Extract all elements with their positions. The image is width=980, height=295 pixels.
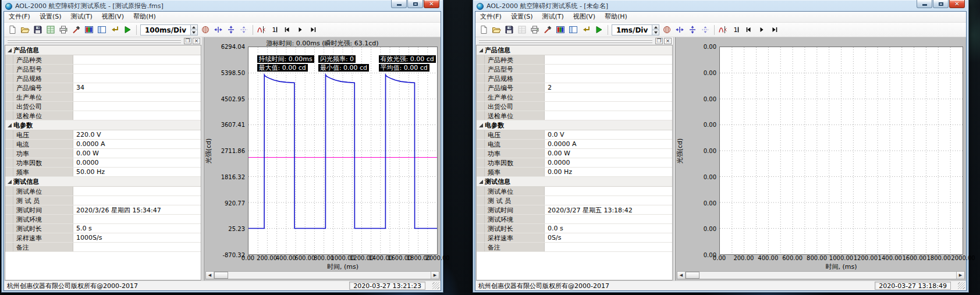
field-value[interactable]: 0.00 Hz [545,168,672,176]
start-test-button[interactable] [121,24,134,36]
field-value[interactable]: 0.00 W [73,149,201,158]
field-value[interactable]: 1000S/s [73,233,201,242]
close-button[interactable]: ✕ [424,0,439,8]
time-div-spinner[interactable] [652,25,659,35]
close-button[interactable]: ✕ [949,0,965,8]
time-div-select[interactable]: 1ms/Div [612,24,659,35]
cursor-prev-button[interactable] [743,24,755,36]
minimize-button[interactable] [917,0,932,8]
panel-layout-button[interactable] [95,24,108,36]
chart-scrollbar[interactable]: ◀ ▶ [205,271,439,279]
menu-item[interactable]: 文件(F) [4,11,35,23]
field-value[interactable]: 0.0000 A [73,140,201,148]
print-button[interactable] [528,24,541,36]
field-value[interactable] [545,93,672,101]
field-value[interactable] [545,215,672,223]
scrollbar-thumb[interactable] [214,272,228,279]
field-value[interactable]: 34 [73,83,201,92]
panel-header[interactable]: ❐ × [5,37,201,45]
field-value[interactable] [545,187,672,196]
fit-all-button[interactable] [699,24,712,36]
panel-float-button[interactable]: ❐ [655,38,663,44]
field-value[interactable]: 50.00 Hz [73,168,201,176]
scroll-left-icon[interactable]: ◀ [206,272,214,279]
field-value[interactable]: 220.0 V [73,130,201,139]
field-value[interactable]: 0.0000 [73,158,201,167]
minimize-button[interactable] [391,0,407,8]
export-report-button[interactable] [44,24,57,36]
autoscale-button[interactable] [199,24,212,36]
cursor-next-button[interactable] [294,24,307,36]
panel-grip[interactable] [479,40,652,43]
menu-item[interactable]: 测试(T) [66,11,97,23]
collapse-triangle-icon[interactable] [477,123,485,127]
grid-group-header[interactable]: 测试信息 [477,177,672,187]
time-div-spinner[interactable] [190,25,197,35]
resize-grip[interactable] [958,282,965,289]
field-value[interactable] [545,65,672,73]
menu-item[interactable]: 测试(T) [538,11,569,23]
title-bar[interactable]: AOL-2000 航空障碍灯测试系统 - [未命名] ✕ [473,0,968,11]
field-value[interactable]: 0.0 V [545,130,672,139]
menu-item[interactable]: 帮助(H) [129,11,161,23]
collapse-triangle-icon[interactable] [5,180,13,184]
field-value[interactable] [73,196,201,205]
field-value[interactable] [73,102,201,111]
fit-vertical-button[interactable] [686,24,699,36]
title-bar[interactable]: AOL-2000 航空障碍灯测试系统 - [测试原报告.fms] ✕ [2,0,443,11]
menu-item[interactable]: 视图(V) [569,11,600,23]
fit-horizontal-button[interactable] [673,24,686,36]
cursor-first-button[interactable]: 1 [268,24,281,36]
field-value[interactable] [545,55,672,64]
fit-all-button[interactable] [237,24,250,36]
snap-return-button[interactable] [108,24,121,36]
scroll-right-icon[interactable]: ▶ [956,272,964,279]
cursor-wave-button[interactable] [255,24,268,36]
settings-tools-button[interactable] [541,24,554,36]
waveform-plot[interactable]: 持续时间: 0.00ms闪光频率: 0有效光强: 0.00 cd最大值: 0.0… [248,47,438,255]
save-file-button[interactable] [31,24,44,36]
field-value[interactable]: 0.0000 [545,158,672,167]
collapse-triangle-icon[interactable] [5,48,13,52]
menu-item[interactable]: 文件(F) [475,11,506,23]
chart-scrollbar[interactable]: ◀ ▶ [677,271,965,279]
field-value[interactable]: 5.0 s [73,224,201,233]
field-value[interactable] [73,243,201,251]
save-file-button[interactable] [503,24,516,36]
menu-item[interactable]: 设置(S) [35,11,66,23]
field-value[interactable]: 2 [545,83,672,92]
cursor-next-button[interactable] [755,24,768,36]
collapse-triangle-icon[interactable] [5,123,13,127]
field-value[interactable] [73,65,201,73]
field-value[interactable]: 0.0000 A [545,140,672,148]
fit-horizontal-button[interactable] [212,24,225,36]
settings-tools-button[interactable] [70,24,83,36]
waveform-plot[interactable] [719,47,963,255]
field-value[interactable] [545,111,672,120]
panel-header[interactable]: ❐ × [476,37,673,45]
maximize-button[interactable] [933,0,949,8]
panel-close-button[interactable]: × [193,38,200,44]
open-file-button[interactable] [490,24,503,36]
field-value[interactable]: 0.00 W [545,149,672,158]
field-value[interactable] [73,93,201,101]
cursor-first-button[interactable]: 1 [730,24,743,36]
grid-group-header[interactable]: 产品信息 [477,45,672,55]
panel-layout-button[interactable] [567,24,580,36]
grid-group-header[interactable]: 测试信息 [5,177,201,187]
time-div-select[interactable]: 100ms/Div [140,24,198,35]
cursor-wave-button[interactable] [717,24,730,36]
field-value[interactable] [73,187,201,196]
cursor-last-button[interactable] [307,24,319,36]
collapse-triangle-icon[interactable] [477,48,485,52]
field-value[interactable] [73,55,201,64]
new-file-button[interactable] [6,24,19,36]
snap-return-button[interactable] [580,24,592,36]
panel-float-button[interactable]: ❐ [184,38,191,44]
scrollbar-thumb[interactable] [686,272,700,279]
field-value[interactable] [545,74,672,83]
autoscale-button[interactable] [661,24,673,36]
field-value[interactable]: 0S/s [545,233,672,242]
scroll-right-icon[interactable]: ▶ [431,272,439,279]
grid-group-header[interactable]: 电参数 [477,120,672,130]
